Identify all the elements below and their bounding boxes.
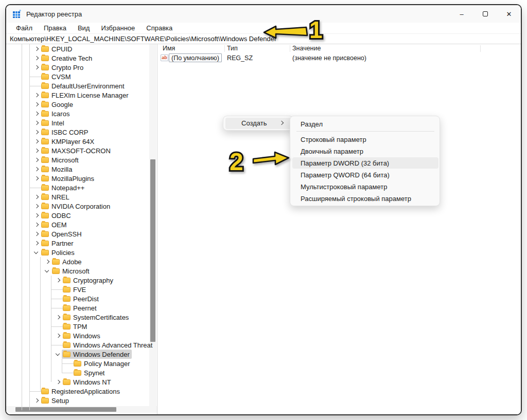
tree-item-box[interactable]: RegisteredApplications <box>40 387 122 396</box>
tree-item[interactable]: Partner <box>6 239 149 248</box>
menubar-item-4[interactable]: Избранное <box>95 23 140 34</box>
chevron-right-icon[interactable] <box>34 65 39 70</box>
tree-item[interactable]: Microsoft <box>6 266 149 276</box>
tree-item-box[interactable]: OEM <box>40 220 69 229</box>
chevron-right-icon[interactable] <box>34 56 39 61</box>
tree-item[interactable]: CPUID <box>6 44 149 53</box>
column-separator[interactable] <box>224 45 225 52</box>
tree-item[interactable]: OpenSSH <box>6 229 149 239</box>
tree-item-box[interactable]: Windows <box>62 331 102 340</box>
chevron-right-icon[interactable] <box>34 241 39 246</box>
tree-item-box[interactable]: CVSM <box>40 72 73 81</box>
tree-item-box[interactable]: Notepad++ <box>40 183 86 192</box>
tree-item[interactable]: RegisteredApplications <box>6 387 149 396</box>
tree-item-box[interactable]: NREL <box>40 192 72 202</box>
chevron-down-icon[interactable] <box>45 269 50 274</box>
tree-item-box[interactable]: Policies <box>40 248 77 257</box>
menubar-item-2[interactable]: Правка <box>38 23 72 34</box>
submenu-item-7[interactable]: Расширяемый строковый параметр <box>292 193 438 204</box>
chevron-right-icon[interactable] <box>34 232 39 237</box>
tree-item-box[interactable]: Creative Tech <box>40 53 94 63</box>
tree-item[interactable]: Policies <box>6 248 149 257</box>
tree-item[interactable]: Windows <box>6 331 149 340</box>
column-header-1[interactable]: Имя <box>163 45 175 52</box>
tree-item-box[interactable]: Partner <box>40 239 76 248</box>
chevron-down-icon[interactable] <box>34 250 39 255</box>
tree-item[interactable]: Microsoft <box>6 155 149 165</box>
tree-item[interactable]: KMPlayer 64X <box>6 137 149 146</box>
minimize-button[interactable]: – <box>450 5 473 23</box>
tree-item-box[interactable]: MAXSOFT-OCRON <box>40 146 113 155</box>
tree-item-box[interactable]: Microsoft <box>51 266 92 276</box>
chevron-right-icon[interactable] <box>56 278 61 283</box>
chevron-right-icon[interactable] <box>34 195 39 200</box>
tree-item-box[interactable]: DefaultUserEnvironment <box>40 81 127 90</box>
tree-item[interactable]: Icaros <box>6 109 149 118</box>
tree-item-box[interactable]: CPUID <box>40 44 74 53</box>
tree-item-box[interactable]: KMPlayer 64X <box>40 137 96 146</box>
tree-item[interactable]: TPM <box>6 322 149 331</box>
tree-item-box[interactable]: Intel <box>40 118 66 127</box>
tree-item[interactable]: SystemCertificates <box>6 313 149 322</box>
tree-item-box[interactable]: NVIDIA Corporation <box>40 202 112 211</box>
chevron-right-icon[interactable] <box>34 102 39 107</box>
column-header-2[interactable]: Тип <box>227 45 238 52</box>
tree-item[interactable]: Windows NT <box>6 377 149 387</box>
tree-item-box[interactable]: ISBC CORP <box>40 127 91 137</box>
chevron-right-icon[interactable] <box>34 213 39 218</box>
chevron-right-icon[interactable] <box>34 204 39 209</box>
tree-item[interactable]: NVIDIA Corporation <box>6 202 149 211</box>
tree-item-box[interactable]: ODBC <box>40 211 73 220</box>
tree-item[interactable]: Spynet <box>6 368 149 377</box>
scrollbar-thumb[interactable] <box>15 407 116 412</box>
tree-item-box[interactable]: Icaros <box>40 109 72 118</box>
tree-item-box[interactable]: MozillaPlugins <box>40 174 96 183</box>
tree-item-box[interactable]: Crypto Pro <box>40 63 85 72</box>
tree-item-box[interactable]: Cryptography <box>62 276 115 285</box>
submenu-item-1[interactable]: Раздел <box>292 118 438 130</box>
chevron-right-icon[interactable] <box>34 139 39 144</box>
tree-item[interactable]: Creative Tech <box>6 53 149 63</box>
tree-item-box[interactable]: Adobe <box>51 257 84 266</box>
chevron-right-icon[interactable] <box>34 223 39 228</box>
tree-item-box[interactable]: Spynet <box>73 368 107 377</box>
menubar-item-1[interactable]: Файл <box>10 23 38 34</box>
tree-item-box[interactable]: Microsoft <box>40 155 81 165</box>
chevron-right-icon[interactable] <box>56 315 61 320</box>
chevron-right-icon[interactable] <box>34 93 39 98</box>
tree-item[interactable]: MozillaPlugins <box>6 174 149 183</box>
tree-item[interactable]: Notepad++ <box>6 183 149 192</box>
scrollbar-thumb[interactable] <box>150 159 155 342</box>
tree-item-box[interactable]: Mozilla <box>40 165 74 174</box>
chevron-right-icon[interactable] <box>34 121 39 126</box>
tree-item-box[interactable]: FVE <box>62 285 88 294</box>
chevron-right-icon[interactable] <box>34 130 39 135</box>
maximize-button[interactable] <box>473 5 497 23</box>
tree-item[interactable]: Policy Manager <box>6 359 149 368</box>
chevron-right-icon[interactable] <box>34 167 39 172</box>
context-menu-item-new[interactable]: Создать <box>241 119 267 127</box>
menubar-item-3[interactable]: Вид <box>72 23 96 34</box>
chevron-right-icon[interactable] <box>45 260 50 265</box>
close-button[interactable]: ✕ <box>497 5 521 23</box>
tree-item[interactable]: ODBC <box>6 211 149 220</box>
tree-item[interactable]: Peernet <box>6 303 149 313</box>
tree-item-box[interactable]: Windows NT <box>62 377 113 387</box>
tree-item[interactable]: Cryptography <box>6 276 149 285</box>
submenu-item-6[interactable]: Мультистроковый параметр <box>292 181 438 192</box>
tree-item[interactable]: Windows Defender <box>6 350 149 359</box>
value-row[interactable]: ab(По умолчанию)REG_SZ(значение не присв… <box>157 53 521 63</box>
tree-item-box[interactable]: Windows Defender <box>62 350 132 359</box>
tree-item-box[interactable]: FLEXlm License Manager <box>40 90 131 100</box>
tree-item-box[interactable]: TPM <box>62 322 89 331</box>
tree-item[interactable]: PeerDist <box>6 294 149 303</box>
tree-item[interactable]: FVE <box>6 285 149 294</box>
tree-horizontal-scrollbar[interactable] <box>6 406 157 413</box>
tree-item[interactable]: Adobe <box>6 257 149 266</box>
tree-item-box[interactable]: SystemCertificates <box>62 313 131 322</box>
tree-item[interactable]: NREL <box>6 192 149 202</box>
chevron-right-icon[interactable] <box>56 334 61 339</box>
tree-vertical-scrollbar[interactable] <box>149 44 156 410</box>
tree-item[interactable]: OEM <box>6 220 149 229</box>
tree-item[interactable]: Intel <box>6 118 149 127</box>
